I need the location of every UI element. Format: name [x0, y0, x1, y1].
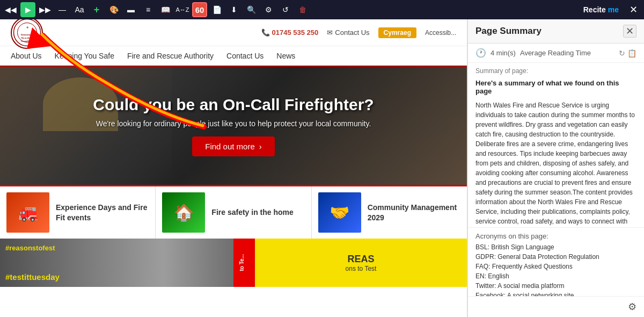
- nav-news[interactable]: News: [276, 52, 295, 60]
- nav-about[interactable]: About Us: [11, 52, 42, 60]
- page-summary-panel: Page Summary ✕ 🕐 4 min(s) Average Readin…: [467, 19, 644, 317]
- summary-body: North Wales Fire and Rescue Service is u…: [468, 98, 644, 227]
- logo: ✛ Gwasanaeth Tân ac Achub Fire and Rescu…: [11, 19, 43, 49]
- panel-scrollable[interactable]: Summary of page: Here's a summary of wha…: [468, 63, 644, 296]
- reading-time-value: 4 min(s): [491, 49, 516, 57]
- settings-btn[interactable]: ⚙: [261, 2, 276, 17]
- panel-gear-icon[interactable]: ⚙: [628, 301, 636, 313]
- acronym-bsl: BSL: British Sign Language: [475, 243, 636, 251]
- card-experience-image: 🚒: [6, 192, 49, 233]
- find-out-label: Find out more: [205, 142, 255, 151]
- bottom-strip: #reasonstofest #testittuesday to Te... R…: [0, 239, 467, 287]
- refresh-btn[interactable]: ↺: [278, 2, 293, 17]
- recite-text: Recite: [583, 5, 606, 14]
- hashtag-text: #reasonstofest: [5, 244, 55, 252]
- logo-area: ✛ Gwasanaeth Tân ac Achub Fire and Rescu…: [11, 19, 43, 49]
- panel-header: Page Summary ✕: [468, 19, 644, 44]
- phone-icon: 📞: [261, 28, 270, 37]
- clock-icon: 🕐: [475, 48, 486, 58]
- copy-btn[interactable]: ↻: [619, 49, 625, 57]
- next-btn[interactable]: ▶▶: [38, 2, 53, 17]
- website-area: ✛ Gwasanaeth Tân ac Achub Fire and Rescu…: [0, 19, 467, 317]
- hero-heading: Could you be an On-Call Firefighter?: [93, 96, 374, 114]
- nav-fire-rescue[interactable]: Fire and Rescue Authority: [127, 52, 214, 60]
- logo-svg: ✛ Gwasanaeth Tân ac Achub Fire and Rescu…: [12, 19, 42, 47]
- svg-text:Tân ac Achub: Tân ac Achub: [21, 37, 33, 39]
- svg-text:Fire and Rescue: Fire and Rescue: [20, 40, 33, 42]
- minus-btn[interactable]: —: [55, 2, 70, 17]
- book-btn[interactable]: 📖: [158, 2, 173, 17]
- nav-keeping-safe[interactable]: Keeping You Safe: [55, 52, 114, 60]
- reading-time-label: Average Reading Time: [520, 49, 591, 57]
- panel-close-button[interactable]: ✕: [623, 25, 636, 38]
- toolbar: ◀◀ ▶ ▶▶ — Aa + 🎨 ▬ ≡ 📖 A↔Z 60 📄 ⬇ 🔍 ⚙ ↺ …: [0, 0, 644, 19]
- toolbar-close-btn[interactable]: ✕: [626, 4, 641, 16]
- find-out-more-button[interactable]: Find out more ›: [192, 136, 275, 156]
- hero-content: Could you be an On-Call Firefighter? We'…: [82, 96, 384, 156]
- email-contact-link[interactable]: ✉ Contact Us: [327, 28, 369, 37]
- bottom-right-area: to Te... REAS ons to Test: [233, 239, 467, 287]
- download-btn[interactable]: ⬇: [226, 2, 241, 17]
- nav-contact[interactable]: Contact Us: [226, 52, 264, 60]
- accessibility-link[interactable]: Accessib...: [425, 29, 456, 37]
- acronyms-section: Acronyms on this page: BSL: British Sign…: [468, 227, 644, 296]
- site-nav: About Us Keeping You Safe Fire and Rescu…: [0, 46, 467, 67]
- summary-label: Summary of page:: [468, 63, 644, 77]
- list-btn[interactable]: ≡: [141, 2, 156, 17]
- card-community[interactable]: 🤝 Community Management 2029: [312, 186, 467, 239]
- translate-btn[interactable]: A↔Z: [175, 2, 190, 17]
- palette-btn[interactable]: 🎨: [106, 2, 121, 17]
- site-header: ✛ Gwasanaeth Tân ac Achub Fire and Rescu…: [0, 19, 467, 46]
- clipboard-btn[interactable]: 📋: [627, 49, 636, 57]
- acronym-facebook: Facebook: A social networking site: [475, 292, 636, 296]
- card-experience-days[interactable]: 🚒 Experience Days and Fire Fit events: [0, 186, 156, 239]
- cymraeg-button[interactable]: Cymraeg: [378, 27, 416, 38]
- card-fire-safety-home[interactable]: 🏠 Fire safety in the home: [156, 186, 311, 239]
- find-out-arrow: ›: [259, 142, 262, 151]
- doc-btn[interactable]: 📄: [209, 2, 224, 17]
- phone-contact[interactable]: 📞 01745 535 250: [261, 28, 319, 37]
- hashtag2-text: #testittuesday: [5, 272, 60, 282]
- active60-btn[interactable]: 60: [192, 2, 207, 17]
- copy-icons: ↻ 📋: [619, 49, 636, 57]
- play-btn[interactable]: ▶: [20, 2, 35, 17]
- acronym-faq: FAQ: Frequently Asked Questions: [475, 263, 636, 270]
- delete-btn[interactable]: 🗑: [295, 2, 310, 17]
- recite-logo: Reciteme: [578, 3, 624, 16]
- panel-title: Page Summary: [475, 26, 541, 37]
- svg-text:Gwasanaeth: Gwasanaeth: [20, 33, 33, 36]
- reading-time-row: 🕐 4 min(s) Average Reading Time ↻ 📋: [468, 44, 644, 63]
- zoom-btn[interactable]: 🔍: [244, 2, 259, 17]
- cards-row: 🚒 Experience Days and Fire Fit events 🏠 …: [0, 185, 467, 239]
- plus-btn[interactable]: +: [89, 2, 104, 17]
- hero-subtext: We're looking for ordinary people just l…: [93, 119, 374, 128]
- acronym-twitter: Twitter: A social media platform: [475, 282, 636, 290]
- acronyms-title: Acronyms on this page:: [475, 232, 636, 240]
- card-community-label: Community Management 2029: [368, 203, 460, 222]
- card-community-image: 🤝: [318, 192, 361, 233]
- hero-section: Could you be an On-Call Firefighter? We'…: [0, 67, 467, 185]
- email-icon: ✉: [327, 28, 333, 37]
- acronym-gdpr: GDPR: General Data Protection Regulation: [475, 253, 636, 261]
- card-experience-label: Experience Days and Fire Fit events: [56, 203, 149, 222]
- card-fire-safety-label: Fire safety in the home: [211, 207, 293, 217]
- contact-label: Contact Us: [335, 28, 369, 37]
- prev-btn[interactable]: ◀◀: [3, 2, 18, 17]
- panel-footer: ⚙: [468, 296, 644, 317]
- bottom-left-image: #reasonstofest #testittuesday: [0, 239, 233, 287]
- recite-me: me: [608, 5, 619, 14]
- summary-heading: Here's a summary of what we found on thi…: [468, 77, 644, 98]
- header-right: 📞 01745 535 250 ✉ Contact Us Cymraeg Acc…: [261, 27, 456, 38]
- font-btn[interactable]: Aa: [72, 2, 87, 17]
- ruler-btn[interactable]: ▬: [123, 2, 138, 17]
- acronym-en: EN: English: [475, 272, 636, 280]
- phone-number: 01745 535 250: [272, 28, 319, 37]
- card-fire-safety-image: 🏠: [162, 192, 205, 233]
- svg-text:✛: ✛: [26, 26, 28, 29]
